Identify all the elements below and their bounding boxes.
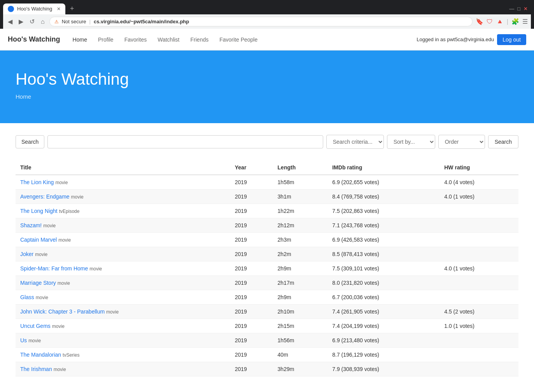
movie-title-link[interactable]: The Mandalorian [20,352,61,358]
hero-title: Hoo's Watching [16,70,518,89]
cell-title: John Wick: Chapter 3 - Parabellummovie [16,305,230,319]
cell-imdb: 8.0 (231,820 votes) [327,276,439,290]
cell-length: 3h1m [273,190,328,204]
cell-imdb: 6.9 (202,655 votes) [327,175,439,190]
movie-type: movie [58,237,71,243]
menu-icon[interactable]: ☰ [522,18,528,25]
search-label-button[interactable]: Search [16,135,44,148]
movie-type: movie [54,367,66,372]
active-tab[interactable]: Hoo's Watching ✕ [3,3,65,14]
window-restore-icon[interactable]: □ [517,6,520,12]
cell-hw [439,218,518,233]
movie-title-link[interactable]: The Irishman [20,366,52,372]
cell-year: 2019 [230,261,273,276]
nav-right: Logged in as pwt5ca@virginia.edu Log out [417,34,526,45]
cell-length: 2h9m [273,290,328,305]
cell-hw [439,204,518,218]
extensions-icon[interactable]: 🧩 [511,18,519,25]
nav-favorite-people[interactable]: Favorite People [215,33,262,46]
cell-imdb: 7.5 (202,863 votes) [327,204,439,218]
table-row: Shazam!movie20192h12m7.1 (243,768 votes) [16,218,518,233]
movie-title-link[interactable]: Spider-Man: Far from Home [20,265,88,272]
cell-year: 2019 [230,233,273,247]
movie-type: movie [36,295,48,300]
cell-imdb: 6.9 (213,480 votes) [327,333,439,348]
cell-imdb: 6.7 (200,036 votes) [327,290,439,305]
table-row: Jokermovie20192h2m8.5 (878,413 votes) [16,247,518,261]
address-bar[interactable]: ⚠ Not secure | cs.virginia.edu/~pwt5ca/m… [49,17,473,26]
cell-hw: 4.5 (2 votes) [439,305,518,319]
table-row: Spider-Man: Far from Homemovie20192h9m7.… [16,261,518,276]
movie-title-link[interactable]: Uncut Gems [20,323,51,329]
table-row: Marriage Storymovie20192h17m8.0 (231,820… [16,276,518,290]
logged-in-text: Logged in as pwt5ca@virginia.edu [417,37,494,42]
cell-length: 2h12m [273,218,328,233]
cell-year: 2019 [230,204,273,218]
search-input[interactable] [47,135,323,148]
nav-watchlist[interactable]: Watchlist [153,33,184,46]
brave-shield-icon[interactable]: 🛡 [487,18,493,25]
bookmark-icon[interactable]: 🔖 [476,18,483,25]
browser-chrome: Hoo's Watching ✕ + — □ ✕ ◀ ▶ ↺ ⌂ ⚠ Not s… [0,0,534,29]
nav-favorites[interactable]: Favorites [120,33,152,46]
back-button[interactable]: ◀ [6,17,14,26]
cell-year: 2019 [230,190,273,204]
cell-year: 2019 [230,290,273,305]
movie-title-link[interactable]: Avengers: Endgame [20,193,70,200]
cell-length: 40m [273,348,328,362]
cell-length: 2h15m [273,319,328,333]
movie-title-link[interactable]: Shazam! [20,222,42,228]
nav-profile[interactable]: Profile [93,33,118,46]
cell-length: 1h58m [273,175,328,190]
app-brand: Hoo's Watching [8,35,60,44]
movie-type: movie [55,180,68,185]
browser-controls: ◀ ▶ ↺ ⌂ ⚠ Not secure | cs.virginia.edu/~… [3,14,531,29]
cell-hw [439,348,518,362]
cell-length: 1h56m [273,333,328,348]
nav-friends[interactable]: Friends [186,33,214,46]
cell-title: Marriage Storymovie [16,276,230,290]
movie-type: movie [43,223,56,228]
sort-select[interactable]: Sort by... Title Year Length IMDb Rating… [387,135,435,149]
order-select[interactable]: Order Ascending Descending [438,135,485,149]
cell-imdb: 7.5 (309,101 votes) [327,261,439,276]
movie-title-link[interactable]: Us [20,337,27,343]
forward-button[interactable]: ▶ [17,17,25,26]
search-button[interactable]: Search [488,135,518,148]
browser-actions: 🔖 🛡 🔺 | 🧩 ☰ [476,18,528,25]
movie-title-link[interactable]: Glass [20,294,34,300]
criteria-select[interactable]: Search criteria... Title Year Genre Dire… [326,135,384,149]
cell-year: 2019 [230,247,273,261]
new-tab-button[interactable]: + [67,3,77,14]
movie-title-link[interactable]: John Wick: Chapter 3 - Parabellum [20,308,105,315]
home-button[interactable]: ⌂ [39,17,46,26]
table-row: Uncut Gemsmovie20192h15m7.4 (204,199 vot… [16,319,518,333]
cell-length: 1h22m [273,204,328,218]
cell-title: Usmovie [16,333,230,348]
table-row: The MandaloriantvSeries201940m8.7 (196,1… [16,348,518,362]
movie-type: movie [58,280,70,286]
table-row: The Lion Kingmovie20191h58m6.9 (202,655 … [16,175,518,190]
table-row: Glassmovie20192h9m6.7 (200,036 votes) [16,290,518,305]
cell-hw: 4.0 (4 votes) [439,175,518,190]
logout-button[interactable]: Log out [497,34,526,45]
movies-table: Title Year Length IMDb rating HW rating … [16,160,518,376]
brave-extra-icon[interactable]: 🔺 [496,18,504,25]
refresh-button[interactable]: ↺ [28,17,36,26]
cell-title: Uncut Gemsmovie [16,319,230,333]
cell-hw: 1.0 (1 votes) [439,319,518,333]
cell-length: 2h2m [273,247,328,261]
cell-year: 2019 [230,218,273,233]
movie-title-link[interactable]: Marriage Story [20,280,56,286]
col-imdb: IMDb rating [327,160,439,175]
movie-title-link[interactable]: Captain Marvel [20,237,57,243]
movie-title-link[interactable]: The Lion King [20,179,54,185]
tab-close-icon[interactable]: ✕ [57,6,61,12]
table-row: Avengers: Endgamemovie20193h1m8.4 (769,7… [16,190,518,204]
window-close-icon[interactable]: ✕ [523,6,528,12]
cell-imdb: 7.4 (204,199 votes) [327,319,439,333]
window-minimize-icon[interactable]: — [509,6,514,12]
movie-title-link[interactable]: Joker [20,251,33,257]
nav-home[interactable]: Home [68,33,92,46]
movie-title-link[interactable]: The Long Night [20,208,58,214]
